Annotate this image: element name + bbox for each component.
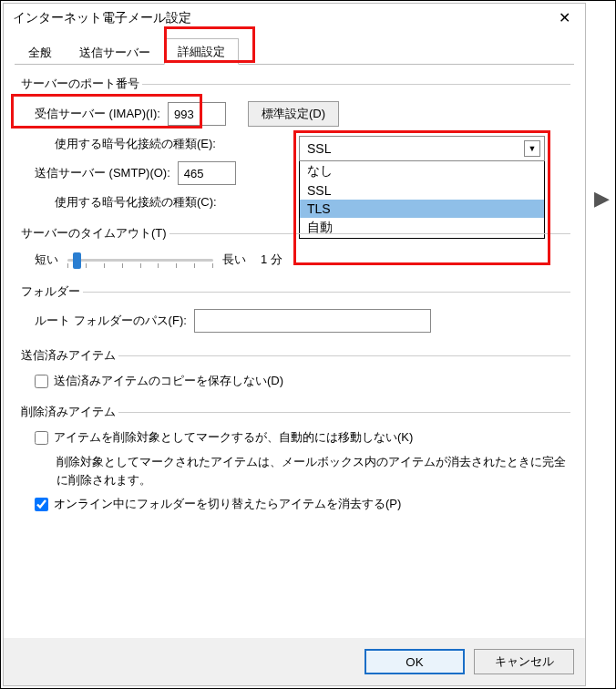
tab-general[interactable]: 全般 (15, 39, 66, 65)
root-folder-input[interactable] (194, 309, 431, 333)
chevron-down-icon[interactable]: ▼ (524, 140, 540, 157)
encrypt-c-label: 使用する暗号化接続の種類(C): (55, 194, 217, 211)
dropdown-selected-text: SSL (307, 141, 331, 156)
imap-port-input[interactable] (168, 102, 226, 126)
timeout-value: 1 分 (261, 252, 282, 268)
timeout-long-label: 長い (222, 252, 246, 268)
group-deleted-items: 削除済みアイテム アイテムを削除対象としてマークするが、自動的には移動しない(K… (18, 404, 570, 512)
group-label-folders: フォルダー (18, 283, 83, 300)
group-label-timeouts: サーバーのタイムアウト(T) (18, 225, 169, 242)
dialog-button-bar: OK キャンセル (4, 638, 585, 685)
dropdown-selected[interactable]: SSL ▼ (299, 136, 545, 161)
mark-delete-description: 削除対象としてマークされたアイテムは、メールボックス内のアイテムが消去されたとき… (18, 453, 570, 488)
mark-delete-label[interactable]: アイテムを削除対象としてマークするが、自動的には移動しない(K) (54, 429, 413, 446)
ok-button[interactable]: OK (364, 649, 465, 674)
smtp-label: 送信サーバー (SMTP)(O): (35, 165, 170, 181)
window-title: インターネット電子メール設定 (13, 10, 191, 26)
encrypt-e-label: 使用する暗号化接続の種類(E): (55, 136, 216, 152)
timeout-slider[interactable] (67, 251, 213, 269)
dropdown-option[interactable]: SSL (300, 181, 544, 200)
encryption-dropdown[interactable]: SSL ▼ なしSSLTLS自動 (299, 136, 545, 239)
tab-strip: 全般 送信サーバー 詳細設定 (15, 37, 574, 65)
smtp-port-input[interactable] (178, 161, 236, 185)
group-folders: フォルダー ルート フォルダーのパス(F): (18, 283, 570, 333)
root-folder-label: ルート フォルダーのパス(F): (35, 313, 187, 329)
dropdown-option[interactable]: TLS (300, 200, 544, 218)
mark-delete-checkbox[interactable] (35, 431, 48, 445)
use-defaults-button[interactable]: 標準設定(D) (248, 101, 339, 127)
tab-outgoing[interactable]: 送信サーバー (66, 39, 164, 65)
imap-label: 受信サーバー (IMAP)(I): (35, 106, 160, 122)
dialog-window: インターネット電子メール設定 ✕ 全般 送信サーバー 詳細設定 サーバーのポート… (3, 3, 586, 686)
purge-checkbox[interactable] (35, 498, 48, 511)
group-timeouts: サーバーのタイムアウト(T) 短い 長い 1 分 (18, 225, 570, 269)
side-arrow-icon: ▶ (594, 187, 610, 211)
cancel-button[interactable]: キャンセル (474, 649, 574, 674)
no-save-copy-label[interactable]: 送信済みアイテムのコピーを保存しない(D) (54, 373, 283, 389)
titlebar: インターネット電子メール設定 ✕ (4, 4, 585, 32)
purge-label[interactable]: オンライン中にフォルダーを切り替えたらアイテムを消去する(P) (54, 496, 401, 512)
no-save-copy-checkbox[interactable] (35, 375, 48, 388)
group-server-ports: サーバーのポート番号 受信サーバー (IMAP)(I): 標準設定(D) 使用す… (18, 76, 570, 211)
group-label-server-ports: サーバーのポート番号 (18, 76, 142, 92)
dropdown-option[interactable]: なし (300, 161, 544, 181)
group-sent-items: 送信済みアイテム 送信済みアイテムのコピーを保存しない(D) (18, 347, 570, 389)
tab-advanced[interactable]: 詳細設定 (164, 38, 239, 65)
close-icon[interactable]: ✕ (553, 9, 576, 26)
group-label-deleted-items: 削除済みアイテム (18, 404, 118, 420)
group-label-sent-items: 送信済みアイテム (18, 347, 118, 364)
timeout-short-label: 短い (35, 252, 58, 268)
